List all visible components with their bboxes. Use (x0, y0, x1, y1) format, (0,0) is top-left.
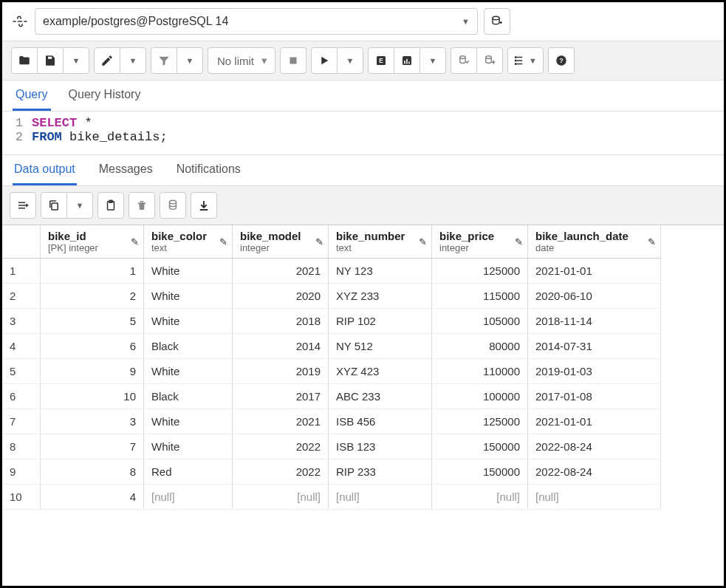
cell[interactable]: 2014 (233, 334, 329, 359)
cell[interactable]: White (144, 359, 233, 384)
pencil-icon[interactable]: ✎ (315, 236, 323, 247)
pencil-icon[interactable]: ✎ (131, 236, 139, 247)
save-data-button[interactable] (160, 192, 186, 219)
sql-editor[interactable]: 12 SELECT * FROM bike_details; (2, 112, 724, 154)
cell[interactable]: 9 (41, 359, 144, 384)
cell[interactable]: ABC 233 (329, 384, 432, 409)
filter-button[interactable] (151, 47, 177, 74)
row-header[interactable]: 5 (2, 359, 41, 384)
pencil-icon[interactable]: ✎ (515, 236, 523, 247)
cell[interactable]: Black (144, 384, 233, 409)
cell[interactable]: Black (144, 334, 233, 359)
filter-dropdown[interactable]: ▼ (177, 47, 203, 74)
explain-dropdown[interactable]: ▼ (419, 47, 446, 74)
copy-dropdown[interactable]: ▼ (66, 192, 93, 219)
cell[interactable]: NY 512 (329, 334, 432, 359)
cell[interactable]: White (144, 409, 233, 434)
cell[interactable]: ISB 456 (329, 409, 432, 434)
cell[interactable]: 2022-08-24 (528, 434, 661, 459)
row-header[interactable]: 10 (2, 485, 41, 510)
pencil-icon[interactable]: ✎ (648, 236, 656, 247)
new-connection-button[interactable] (484, 8, 510, 35)
row-header[interactable]: 8 (2, 434, 41, 459)
paste-button[interactable] (97, 192, 124, 219)
column-header-bike_id[interactable]: bike_id[PK] integer✎ (41, 225, 144, 259)
edit-button[interactable] (94, 47, 120, 74)
row-header[interactable]: 7 (2, 409, 41, 434)
column-header-bike_model[interactable]: bike_modelinteger✎ (233, 225, 329, 259)
cell[interactable]: 2021-01-01 (528, 259, 661, 284)
help-button[interactable]: ? (548, 47, 575, 74)
rollback-button[interactable] (476, 47, 503, 74)
cell[interactable]: 2021 (233, 259, 329, 284)
open-file-button[interactable] (11, 47, 38, 74)
row-header[interactable]: 9 (2, 459, 41, 485)
execute-button[interactable] (311, 47, 338, 74)
cell[interactable]: 2021 (233, 409, 329, 434)
cell[interactable]: 2020 (233, 284, 329, 309)
download-button[interactable] (191, 192, 217, 219)
cell[interactable]: ISB 123 (329, 434, 432, 459)
pencil-icon[interactable]: ✎ (419, 236, 427, 247)
limit-selector[interactable]: No limit (208, 47, 275, 74)
add-row-button[interactable] (10, 192, 36, 219)
row-header[interactable]: 3 (2, 309, 41, 334)
cell[interactable]: 1 (41, 259, 144, 284)
cell[interactable]: 2018 (233, 309, 329, 334)
pencil-icon[interactable]: ✎ (219, 236, 227, 247)
explain-button[interactable]: E (368, 47, 394, 74)
cell[interactable]: 2017-01-08 (528, 384, 661, 409)
cell[interactable]: 7 (41, 434, 144, 459)
cell[interactable]: 2018-11-14 (528, 309, 661, 334)
cell[interactable]: [null] (329, 485, 432, 510)
cell[interactable]: Red (144, 459, 233, 485)
cell[interactable]: White (144, 434, 233, 459)
tab-data-output[interactable]: Data output (13, 155, 77, 185)
cell[interactable]: 2022 (233, 459, 329, 485)
tab-query[interactable]: Query (13, 81, 51, 111)
cell[interactable]: [null] (144, 485, 233, 510)
cell[interactable]: 2 (41, 284, 144, 309)
macros-button[interactable]: ▼ (507, 47, 544, 74)
row-header[interactable]: 4 (2, 334, 41, 359)
cell[interactable]: White (144, 259, 233, 284)
row-header[interactable]: 2 (2, 284, 41, 309)
column-header-bike_color[interactable]: bike_colortext✎ (144, 225, 233, 259)
tab-query-history[interactable]: Query History (66, 81, 144, 111)
copy-button[interactable] (41, 192, 67, 219)
cell[interactable]: White (144, 284, 233, 309)
cell[interactable]: White (144, 309, 233, 334)
cell[interactable]: 115000 (432, 284, 528, 309)
cell[interactable]: [null] (528, 485, 661, 510)
cell[interactable]: 100000 (432, 384, 528, 409)
save-button[interactable] (37, 47, 64, 74)
cell[interactable]: RIP 102 (329, 309, 432, 334)
stop-button[interactable] (280, 47, 307, 74)
cell[interactable]: 3 (41, 409, 144, 434)
cell[interactable]: NY 123 (329, 259, 432, 284)
save-dropdown[interactable]: ▼ (63, 47, 89, 74)
cell[interactable]: 105000 (432, 309, 528, 334)
cell[interactable]: XYZ 423 (329, 359, 432, 384)
cell[interactable]: 2019-01-03 (528, 359, 661, 384)
column-header-bike_launch_date[interactable]: bike_launch_datedate✎ (528, 225, 661, 259)
cell[interactable]: 6 (41, 334, 144, 359)
cell[interactable]: 2017 (233, 384, 329, 409)
cell[interactable]: 2019 (233, 359, 329, 384)
cell[interactable]: 80000 (432, 334, 528, 359)
cell[interactable]: 8 (41, 459, 144, 485)
commit-button[interactable] (451, 47, 477, 74)
cell[interactable]: [null] (432, 485, 528, 510)
delete-button[interactable] (129, 192, 155, 219)
cell[interactable]: 2022 (233, 434, 329, 459)
explain-analyze-button[interactable] (394, 47, 420, 74)
column-header-bike_price[interactable]: bike_priceinteger✎ (432, 225, 528, 259)
cell[interactable]: 4 (41, 485, 144, 510)
cell[interactable]: 125000 (432, 259, 528, 284)
cell[interactable]: XYZ 233 (329, 284, 432, 309)
cell[interactable]: 150000 (432, 434, 528, 459)
tab-notifications[interactable]: Notifications (175, 155, 242, 185)
row-header[interactable]: 6 (2, 384, 41, 409)
cell[interactable]: [null] (233, 485, 329, 510)
edit-dropdown[interactable]: ▼ (120, 47, 146, 74)
